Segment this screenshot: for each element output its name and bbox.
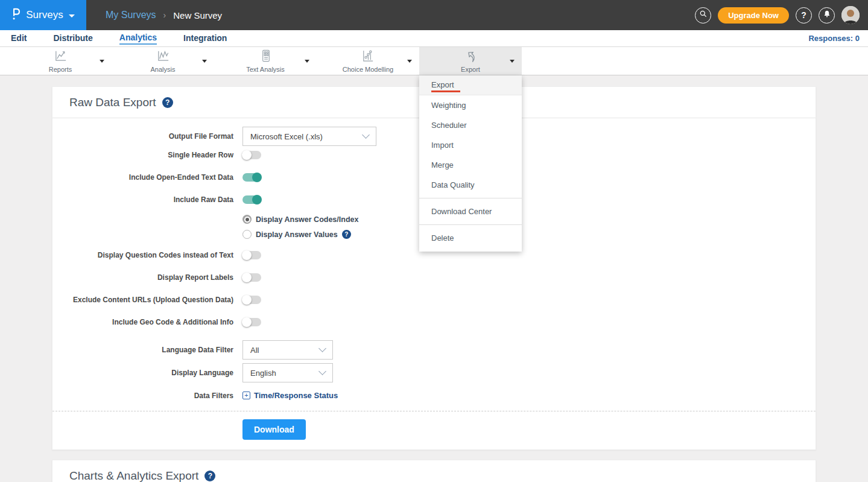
menu-divider [419, 198, 522, 198]
single-header-toggle[interactable] [242, 151, 261, 159]
menu-item-scheduler[interactable]: Scheduler [419, 115, 522, 135]
menu-item-label: Data Quality [431, 180, 475, 189]
responses-count: Responses: 0 [808, 34, 860, 43]
analytics-toolbar: Reports Analysis Text Analy [0, 47, 868, 75]
plus-square-icon: + [242, 392, 250, 399]
link-label: Time/Response Status [254, 391, 338, 400]
help-icon[interactable]: ? [342, 230, 351, 239]
field-label: Include Geo Code & Additional Info [52, 318, 233, 326]
menu-item-label: Download Center [431, 207, 492, 216]
toolbar-item-label: Choice Modelling [343, 66, 393, 73]
bell-icon [823, 10, 831, 21]
breadcrumb-current: New Survey [173, 10, 222, 21]
time-response-status-link[interactable]: + Time/Response Status [242, 391, 338, 400]
field-label: Include Open-Ended Text Data [52, 173, 233, 182]
toolbar-item-text-analysis[interactable]: Text Analysis [214, 47, 317, 75]
field-label: Language Data Filter [52, 346, 233, 354]
toolbar-item-reports[interactable]: Reports [9, 47, 112, 75]
breadcrumb: My Surveys › New Survey [106, 10, 222, 21]
trend-chart-icon [156, 49, 170, 65]
tab-integration[interactable]: Integration [183, 33, 227, 44]
help-button[interactable]: ? [796, 7, 812, 24]
export-dropdown-menu: Export Weighting Scheduler Import Merge … [419, 75, 522, 252]
language-filter-select[interactable]: All [242, 340, 333, 360]
raw-data-toggle[interactable] [242, 195, 261, 204]
field-label: Include Raw Data [52, 195, 233, 204]
download-section: Download [52, 411, 816, 449]
chevron-down-icon[interactable] [510, 60, 515, 63]
radio-unselected-icon [242, 230, 252, 239]
upgrade-now-button[interactable]: Upgrade Now [718, 7, 789, 24]
open-ended-toggle[interactable] [242, 173, 261, 182]
toolbar-item-label: Text Analysis [246, 66, 285, 73]
charts-analytics-export-card: Charts & Analytics Export ? [52, 460, 816, 482]
select-value: English [250, 369, 276, 378]
select-value: All [250, 346, 259, 355]
menu-item-label: Delete [431, 233, 454, 243]
output-format-select[interactable]: Microsoft Excel (.xls) [242, 127, 376, 146]
toolbar-item-choice-modelling[interactable]: Choice Modelling [317, 47, 419, 75]
form-row-report-labels: Display Report Labels [52, 273, 816, 282]
export-arrow-icon [460, 46, 480, 67]
field-label: Exclude Content URLs (Upload Question Da… [52, 296, 233, 304]
toolbar-item-label: Analysis [151, 66, 176, 73]
menu-item-merge[interactable]: Merge [419, 155, 522, 175]
help-icon[interactable]: ? [162, 97, 173, 108]
chevron-down-icon [318, 367, 326, 375]
menu-item-import[interactable]: Import [419, 135, 522, 155]
line-chart-icon [54, 49, 68, 65]
display-language-select[interactable]: English [242, 363, 333, 382]
user-avatar[interactable] [841, 6, 860, 24]
search-icon [699, 10, 708, 21]
question-codes-toggle[interactable] [242, 251, 261, 259]
chevron-down-icon[interactable] [407, 60, 412, 63]
download-button[interactable]: Download [242, 419, 306, 440]
field-label: Display Question Codes instead of Text [52, 251, 233, 259]
menu-item-label: Weighting [431, 101, 466, 110]
menu-item-data-quality[interactable]: Data Quality [419, 175, 522, 195]
menu-item-weighting[interactable]: Weighting [419, 95, 522, 115]
form-row-geo-code: Include Geo Code & Additional Info [52, 318, 816, 326]
tab-distribute[interactable]: Distribute [53, 33, 92, 44]
menu-item-export[interactable]: Export [419, 75, 522, 95]
menu-item-download-center[interactable]: Download Center [419, 201, 522, 221]
chevron-down-icon [362, 131, 370, 139]
help-icon[interactable]: ? [204, 471, 215, 481]
product-switcher[interactable]: Surveys [0, 0, 86, 30]
menu-divider [419, 224, 522, 225]
report-labels-toggle[interactable] [242, 273, 261, 282]
toolbar-item-export[interactable]: Export [419, 47, 522, 75]
chevron-down-icon[interactable] [202, 60, 207, 63]
form-row-data-filters: Data Filters + Time/Response Status [52, 391, 816, 400]
tab-edit[interactable]: Edit [11, 33, 27, 44]
menu-item-label: Scheduler [431, 121, 467, 130]
exclude-urls-toggle[interactable] [242, 296, 261, 304]
questionpro-logo-icon [11, 7, 21, 23]
menu-item-label: Merge [431, 160, 454, 170]
radio-label: Display Answer Values [256, 230, 338, 239]
search-button[interactable] [695, 7, 711, 24]
question-mark-icon: ? [801, 10, 806, 20]
topbar: Surveys My Surveys › New Survey Upgrade … [0, 0, 868, 30]
tab-analytics[interactable]: Analytics [119, 33, 157, 45]
radio-answer-values[interactable]: Display Answer Values ? [242, 230, 816, 239]
notifications-button[interactable] [819, 7, 835, 24]
page-title: Raw Data Export [69, 96, 156, 109]
field-label: Display Report Labels [52, 273, 233, 282]
geo-code-toggle[interactable] [242, 318, 261, 326]
answer-display-radio-group: Display Answer Codes/Index Display Answe… [242, 215, 816, 239]
chevron-down-icon [318, 344, 326, 352]
form-row-language-filter: Language Data Filter All [52, 340, 816, 360]
scatter-chart-icon [361, 49, 375, 65]
menu-item-label: Export [431, 78, 460, 92]
menu-item-label: Import [431, 141, 454, 150]
menu-item-delete[interactable]: Delete [419, 228, 522, 248]
toolbar-item-analysis[interactable]: Analysis [112, 47, 214, 75]
radio-label: Display Answer Codes/Index [256, 215, 358, 224]
field-label: Display Language [52, 369, 233, 377]
chevron-down-icon[interactable] [100, 60, 104, 63]
breadcrumb-my-surveys[interactable]: My Surveys [106, 10, 156, 21]
radio-answer-codes[interactable]: Display Answer Codes/Index [242, 215, 816, 224]
toolbar-item-label: Reports [49, 66, 72, 73]
chevron-down-icon[interactable] [305, 60, 309, 63]
